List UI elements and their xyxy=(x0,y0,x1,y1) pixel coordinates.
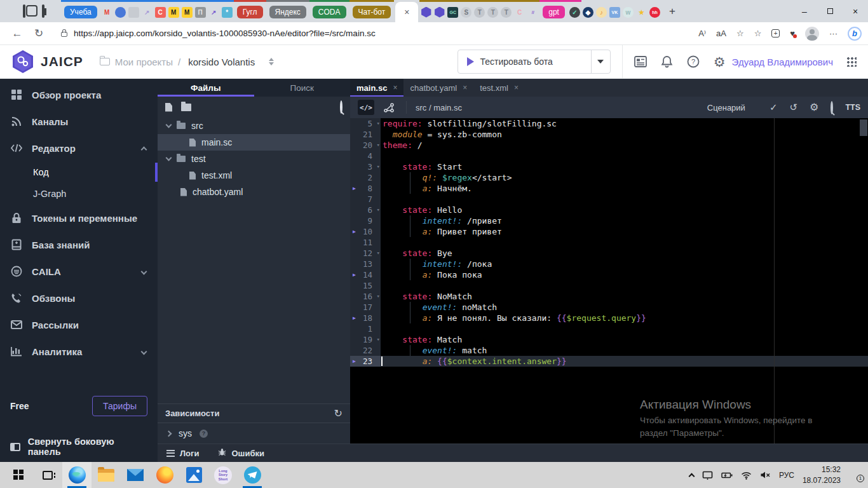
scenario-mode-label[interactable]: Сценарий xyxy=(707,103,745,112)
gutter-line[interactable]: 2 xyxy=(350,172,381,183)
debug-play-icon[interactable]: ▶ xyxy=(353,356,356,367)
translate-icon[interactable]: aA xyxy=(716,29,726,38)
read-aloud-icon[interactable]: A⁾ xyxy=(698,29,706,38)
browser-tab-jaicp-2[interactable] xyxy=(434,7,445,18)
browser-tab-stripes[interactable]: // xyxy=(527,7,538,18)
gutter-line[interactable]: 16▾ xyxy=(350,291,381,302)
browser-tab-c-faded[interactable]: C xyxy=(514,7,525,18)
code-line[interactable] xyxy=(381,323,868,334)
help-icon[interactable]: ? xyxy=(687,55,700,68)
news-icon[interactable] xyxy=(634,56,647,67)
code-line[interactable]: event!: match xyxy=(381,345,868,356)
editor-settings-icon[interactable]: ⚙ xyxy=(810,102,818,112)
sidebar-item-editor[interactable]: Редактор xyxy=(0,135,158,161)
code-line[interactable]: a: Привет привет xyxy=(381,226,868,237)
tab-close-icon[interactable]: × xyxy=(404,7,409,17)
chevron-down-icon[interactable] xyxy=(166,155,172,161)
code-line[interactable]: state: Hello xyxy=(381,205,868,215)
new-folder-icon[interactable] xyxy=(181,104,191,111)
favorite-star-icon[interactable]: ☆ xyxy=(736,29,744,38)
browser-tab-miro-2[interactable]: M xyxy=(182,7,193,18)
browser-tab-shield-blue[interactable]: ◆ xyxy=(583,7,593,18)
fold-icon[interactable]: ▾ xyxy=(377,161,380,172)
code-line[interactable]: event!: noMatch xyxy=(381,302,868,313)
code-line[interactable] xyxy=(381,237,868,248)
taskbar-start-icon[interactable] xyxy=(4,462,33,488)
check-icon[interactable]: ✓ xyxy=(770,102,778,113)
tree-folder-test[interactable]: test xyxy=(158,151,350,167)
taskbar-edge-icon[interactable] xyxy=(62,462,92,488)
code-line[interactable] xyxy=(381,280,868,291)
browser-tab-coursera[interactable]: C xyxy=(155,7,166,18)
test-bot-dropdown[interactable] xyxy=(591,50,610,73)
tree-folder-src[interactable]: src xyxy=(158,118,350,134)
browser-tab-music-orange[interactable]: ♪ xyxy=(596,7,607,18)
active-browser-tab[interactable]: × xyxy=(395,2,418,22)
fold-icon[interactable]: ▾ xyxy=(377,205,380,215)
code-line[interactable]: a: Начнём. xyxy=(381,183,868,194)
fold-icon[interactable]: ▾ xyxy=(377,248,380,259)
sidebar-item-overview[interactable]: Обзор проекта xyxy=(0,81,158,108)
code-line[interactable]: intent!: /привет xyxy=(381,215,868,226)
gutter-line[interactable]: 7 xyxy=(350,194,381,205)
gear-icon[interactable]: ⚙ xyxy=(714,55,726,69)
files-panel-tab-Файлы[interactable]: Файлы xyxy=(158,79,254,97)
gutter-line[interactable]: 15 xyxy=(350,280,381,291)
display-icon[interactable] xyxy=(702,471,713,480)
new-tab-button[interactable]: + xyxy=(661,5,683,18)
tab-group-group-gpt[interactable]: gpt xyxy=(543,6,565,18)
browser-essentials-icon[interactable]: ♥ xyxy=(790,29,795,38)
tab-group-group-yandex[interactable]: Яндекс xyxy=(269,6,306,18)
vertical-tabs-icon[interactable] xyxy=(42,6,55,17)
browser-tab-rocket-faded[interactable]: ↗ xyxy=(142,7,153,18)
gutter-line[interactable]: 19▾ xyxy=(350,334,381,345)
tree-file-test.xml[interactable]: test.xml xyxy=(158,167,350,184)
fold-icon[interactable]: ▾ xyxy=(377,140,380,151)
gutter-line[interactable]: ▶10 xyxy=(350,226,381,237)
project-switcher-icon[interactable] xyxy=(269,58,274,65)
dependency-sys[interactable]: sys? xyxy=(158,423,350,444)
refresh-icon[interactable]: ↻ xyxy=(28,27,50,40)
editor-search-icon[interactable] xyxy=(831,102,833,113)
gutter-line[interactable]: 17 xyxy=(350,302,381,313)
tab-group-group-ucheba[interactable]: Учеба xyxy=(64,6,97,18)
sidebar-item-code[interactable]: Код xyxy=(0,161,158,183)
gutter-line[interactable]: 21 xyxy=(350,129,381,140)
close-button[interactable]: × xyxy=(843,0,868,22)
gutter-line[interactable]: 1 xyxy=(350,323,381,334)
gutter-line[interactable]: 13 xyxy=(350,259,381,269)
wifi-icon[interactable] xyxy=(741,471,752,480)
gutter-line[interactable]: 11 xyxy=(350,237,381,248)
gutter-line[interactable]: 20▾ xyxy=(350,140,381,151)
code-line[interactable]: theme: / xyxy=(381,140,868,151)
browser-tab-s-gray[interactable]: S xyxy=(461,7,471,18)
collections-icon[interactable]: + xyxy=(771,29,780,37)
notification-center-icon[interactable]: 1 xyxy=(849,470,862,480)
sidebar-item-channels[interactable]: Каналы xyxy=(0,108,158,135)
hidden-icons-chevron[interactable] xyxy=(688,473,695,479)
tab-groups-icon[interactable] xyxy=(23,6,36,17)
test-bot-button[interactable]: Тестировать бота xyxy=(458,50,611,74)
sidebar-item-kb[interactable]: База знаний xyxy=(0,231,158,258)
browser-tab-w-pale[interactable]: w xyxy=(623,7,634,18)
chevron-down-icon[interactable] xyxy=(166,122,172,128)
editor-tab-chatbot.yaml[interactable]: chatbot.yaml× xyxy=(403,79,473,97)
browser-tab-vk[interactable]: VK xyxy=(609,7,620,18)
graph-view-toggle[interactable] xyxy=(381,100,397,115)
user-name[interactable]: Эдуард Владимирович xyxy=(732,57,833,67)
fold-icon[interactable]: ▾ xyxy=(377,291,380,302)
editor-tab-test.xml[interactable]: test.xml× xyxy=(473,79,525,97)
taskbar-firefox-icon[interactable] xyxy=(150,462,179,488)
bell-icon[interactable] xyxy=(661,55,673,68)
tab-close-icon[interactable]: × xyxy=(463,83,467,92)
code-line[interactable]: state: Match xyxy=(381,334,868,345)
gutter-line[interactable]: 12▾ xyxy=(350,248,381,259)
code-area[interactable]: require: slotfilling/slotFilling.sc modu… xyxy=(381,118,868,444)
gutter-line[interactable]: 22 xyxy=(350,345,381,356)
sidebar-item-jgraph[interactable]: J-Graph xyxy=(0,183,158,205)
fold-icon[interactable]: ▾ xyxy=(377,118,380,129)
code-line[interactable]: a: {{$context.intent.answer}} xyxy=(381,356,868,367)
minimize-button[interactable]: – xyxy=(792,0,817,22)
tree-file-main.sc[interactable]: main.sc xyxy=(158,134,350,151)
browser-tab-gear-teal[interactable]: ✓ xyxy=(569,7,580,18)
